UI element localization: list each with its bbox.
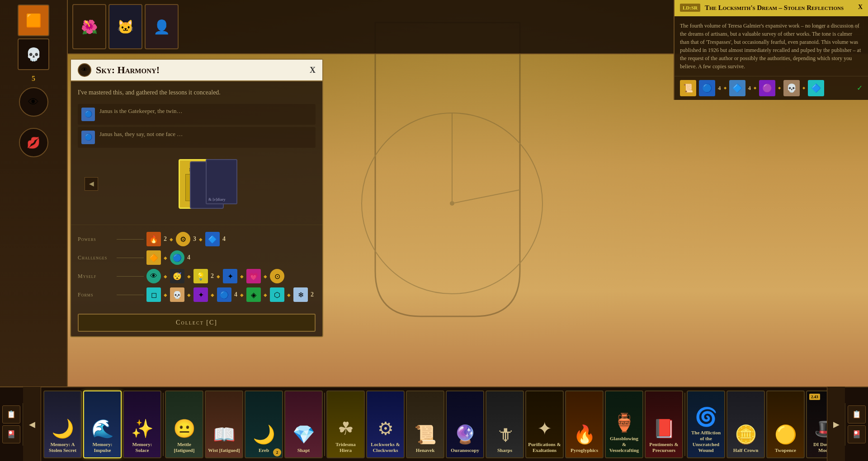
bottom-card-henavek[interactable]: 📜 Henavek xyxy=(406,390,444,458)
forms-line xyxy=(117,295,144,295)
bottom-card-memory-impulse[interactable]: 🌊 Memory: Impulse xyxy=(83,390,122,458)
bc-pent-label: Pentiments & Precursors xyxy=(646,442,682,453)
bottom-action-bottom-left[interactable]: 🎴 xyxy=(2,425,20,443)
card-secondary[interactable]: & [e]diary xyxy=(206,159,237,204)
top-card-3[interactable]: 👤 xyxy=(145,4,179,49)
myself-val-1: 2 xyxy=(211,273,214,280)
bottom-cards-area: 🌙 Memory: A Stolen Secret 🌊 Memory: Impu… xyxy=(41,388,827,461)
myself-icon-1: 👁 xyxy=(146,269,161,283)
bottom-card-purifications[interactable]: ✦ Purifications & Exaltations xyxy=(525,390,564,458)
forms-icon-4: 🔵 xyxy=(217,287,231,302)
bc-purif-label: Purifications & Exaltations xyxy=(526,442,563,453)
rp-dot-1: ◆ xyxy=(724,86,726,90)
right-panel-title: The Locksmith's Dream – Stolen Reflectio… xyxy=(705,4,854,13)
bc-shapt-label: Shapt xyxy=(296,447,312,453)
bc-memory-secret-icon: 🌙 xyxy=(52,418,74,439)
bc-halfcrown-icon: 🪙 xyxy=(735,424,757,445)
bc-halfcrown-label: Half Crown xyxy=(731,447,760,453)
modal-eye-icon: 👁 xyxy=(78,63,91,77)
bottom-card-wist[interactable]: 📖 Wist [fatigued] xyxy=(205,390,243,458)
top-card-1[interactable]: 🌺 xyxy=(72,4,106,49)
bottom-card-pyroglyphics[interactable]: 🔥 Pyroglyphics xyxy=(565,390,604,458)
bc-glass-label: Glassblowing & Vesselcrafting xyxy=(606,436,642,454)
story-glyph-2: 🔵 xyxy=(85,133,92,141)
right-panel-checkmark[interactable]: ✓ xyxy=(857,84,863,92)
bottom-card-lockworks[interactable]: ⚙ Lockworks & Clockworks xyxy=(366,390,405,458)
powers-line xyxy=(117,239,144,240)
bottom-action-bottom-right[interactable]: 🎴 xyxy=(848,425,866,443)
sidebar-slot-2[interactable]: 💀 xyxy=(18,38,49,70)
top-card-2-icon: 🐱 xyxy=(117,19,134,35)
bc-henavek-label: Henavek xyxy=(414,447,437,453)
bottom-card-tridesma[interactable]: ☘ Tridesma Hiera xyxy=(326,390,365,458)
top-card-2[interactable]: 🐱 xyxy=(108,4,142,49)
sidebar-icon-1: 🟧 xyxy=(26,13,42,28)
bottom-card-sharps[interactable]: 🗡 Sharps xyxy=(486,390,524,458)
card-nav-arrow[interactable]: ◀ xyxy=(85,177,98,191)
forms-icon-3: ✦ xyxy=(193,287,208,302)
bc-affliction-label: The Affliction of the Unscratched Wound xyxy=(688,430,724,454)
forms-icon-5: ◈ xyxy=(246,287,261,302)
modal-description: I've mastered this, and gathered the les… xyxy=(78,88,316,97)
sidebar-eye-icon: 👁 xyxy=(28,96,39,108)
bottom-card-memory-solace[interactable]: ✨ Memory: Solace xyxy=(123,390,161,458)
collect-button[interactable]: Collect [C] xyxy=(78,314,316,332)
bc-memory-solace-label: Memory: Solace xyxy=(124,442,160,453)
bottom-card-mettle[interactable]: 😐 Mettle [fatigued] xyxy=(165,390,203,458)
bc-twopence-icon: 🟡 xyxy=(774,424,797,445)
right-panel-close-button[interactable]: X xyxy=(858,4,863,11)
bc-glass-icon: 🏺 xyxy=(613,412,636,433)
dot-3: ◆ xyxy=(164,255,167,260)
bottom-action-top-right[interactable]: 📋 xyxy=(848,405,866,423)
bc-didouglas-icon: 🎩 xyxy=(814,418,827,439)
bottom-action-top-left[interactable]: 📋 xyxy=(2,405,20,423)
card-display: ◀ LD:SR & [e]diary xyxy=(78,150,316,218)
myself-icon-5: 💗 xyxy=(246,269,261,283)
challenges-label: Challenges xyxy=(78,254,114,261)
dot-6: ◆ xyxy=(217,274,220,279)
bc-memory-secret-label: Memory: A Stolen Secret xyxy=(44,442,81,453)
bottom-bar: 📋 🎴 ◀ 🌙 Memory: A Stolen Secret 🌊 Memory… xyxy=(0,386,868,461)
bottom-card-di-douglas[interactable]: 🎩 DI Douglas Moore 2.43 xyxy=(806,390,827,458)
forms-label: Forms xyxy=(78,292,114,298)
dot-8: ◆ xyxy=(264,274,267,279)
story-item-1[interactable]: 🔵 Janus is the Gatekeeper, the twin… xyxy=(78,104,316,125)
bottom-divider-3 xyxy=(684,393,685,456)
bottom-card-twopence[interactable]: 🟡 Twopence xyxy=(766,390,805,458)
bc-ereb-icon: 🌙 xyxy=(253,424,275,445)
modal-header: 👁 Sky: Harmony! X xyxy=(71,60,322,81)
bottom-nav-prev[interactable]: ◀ xyxy=(23,387,41,461)
bottom-divider-2 xyxy=(324,393,325,456)
bc-memory-impulse-icon: 🌊 xyxy=(91,418,114,439)
powers-icon-2: ⚙ xyxy=(176,232,190,246)
top-card-1-icon: 🌺 xyxy=(81,19,98,35)
bottom-card-affliction[interactable]: 🌀 The Affliction of the Unscratched Woun… xyxy=(687,390,725,458)
bc-lockworks-icon: ⚙ xyxy=(377,418,394,439)
dot-10: ◆ xyxy=(187,292,191,297)
sidebar-slot-lips[interactable]: 💋 xyxy=(19,128,48,157)
bottom-card-ereb[interactable]: 🌙 Ereb 2 xyxy=(245,390,283,458)
sidebar-slot-1[interactable]: 🟧 xyxy=(18,5,49,36)
bottom-card-halfcrown[interactable]: 🪙 Half Crown xyxy=(726,390,765,458)
bc-mettle-icon: 😐 xyxy=(173,418,196,439)
dot-1: ◆ xyxy=(170,237,173,242)
bottom-card-ouranoscopy[interactable]: 🔮 Ouranoscopy xyxy=(446,390,484,458)
bottom-card-glassblowing[interactable]: 🏺 Glassblowing & Vesselcrafting xyxy=(605,390,643,458)
bc-memory-impulse-label: Memory: Impulse xyxy=(84,442,121,453)
myself-icon-6: ⊙ xyxy=(270,269,284,283)
bottom-nav-next[interactable]: ▶ xyxy=(827,387,845,461)
dot-12: ◆ xyxy=(240,292,244,297)
bottom-card-memory-secret[interactable]: 🌙 Memory: A Stolen Secret xyxy=(43,390,82,458)
forms-icon-1: ◻ xyxy=(146,287,161,302)
bottom-card-pentiments[interactable]: 📕 Pentiments & Precursors xyxy=(645,390,683,458)
bc-memory-solace-icon: ✨ xyxy=(131,418,154,439)
dot-13: ◆ xyxy=(264,292,267,297)
modal-close-button[interactable]: X xyxy=(310,66,316,75)
sidebar-slot-eye[interactable]: 👁 xyxy=(19,87,48,117)
bc-ereb-label: Ereb xyxy=(257,447,271,453)
bottom-card-shapt[interactable]: 💎 Shapt xyxy=(284,390,323,458)
dot-9: ◆ xyxy=(164,292,167,297)
rp-icon-3: 🔷 xyxy=(729,80,745,96)
story-item-2[interactable]: 🔵 Janus has, they say, not one face … xyxy=(78,127,316,148)
myself-icon-4: ✦ xyxy=(223,269,237,283)
